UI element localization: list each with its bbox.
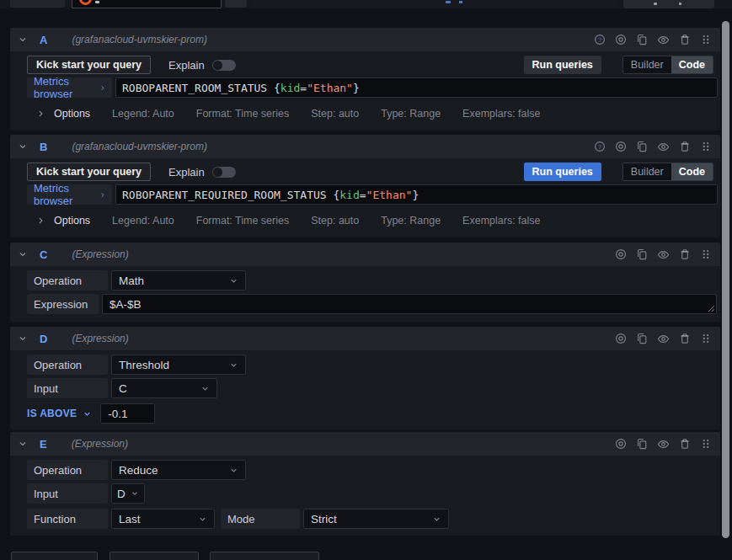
code-mode-option[interactable]: Code [671, 163, 713, 180]
delete-query-trash-icon[interactable] [679, 333, 691, 344]
scrollbar[interactable] [722, 21, 729, 538]
mode-label: Mode [221, 509, 300, 529]
chevron-down-icon[interactable] [18, 35, 28, 45]
datasource-picker[interactable] [72, 0, 222, 8]
chevron-down-icon [229, 466, 238, 475]
option-step: Step: auto [311, 108, 359, 120]
query-options-row[interactable]: Options Legend: Auto Format: Time series… [27, 103, 718, 125]
help-icon[interactable]: ? [594, 34, 606, 45]
promql-query-input[interactable]: ROBOPARENT_ROOM_STATUS {kid="Ethan"} [115, 77, 718, 98]
help-icon[interactable]: ? [594, 141, 606, 152]
metrics-browser-label: Metrics browser [34, 182, 95, 207]
builder-mode-option[interactable]: Builder [623, 56, 671, 73]
add-query-button[interactable]: + Add query [11, 552, 98, 560]
promql-query-input[interactable]: ROBOPARENT_REQUIRED_ROOM_STATUS {kid="Et… [115, 184, 718, 205]
add-expression-button[interactable]: + Expression [110, 552, 199, 560]
query-text: ROBOPARENT_ROOM_STATUS { [122, 82, 281, 94]
toolbar-small-button[interactable] [225, 0, 247, 8]
drag-handle-icon[interactable] [700, 34, 712, 45]
delete-query-trash-icon[interactable] [679, 34, 691, 45]
drag-handle-icon[interactable] [700, 248, 712, 260]
explain-toggle[interactable] [212, 167, 236, 178]
query-label-value: "Ethan" [307, 82, 353, 94]
drag-handle-icon[interactable] [700, 141, 712, 152]
chevron-down-icon[interactable] [18, 439, 28, 449]
operation-value: Math [119, 275, 144, 287]
input-label: Input [27, 378, 108, 398]
option-format: Format: Time series [196, 108, 289, 120]
operation-value: Threshold [119, 359, 169, 371]
explain-toggle[interactable] [212, 60, 236, 71]
threshold-value-input[interactable]: -0.1 [100, 403, 155, 424]
chevron-down-icon [83, 409, 92, 419]
query-row-a-header: A (grafanacloud-uvmskier-prom) ? [10, 28, 720, 51]
record-query-icon[interactable] [615, 248, 627, 260]
duplicate-query-icon[interactable] [636, 333, 648, 344]
operation-label: Operation [27, 460, 108, 480]
operation-select[interactable]: Math [111, 270, 246, 291]
function-select[interactable]: Last [111, 509, 215, 529]
drag-handle-icon[interactable] [700, 333, 712, 344]
chevron-down-icon [198, 515, 207, 524]
add-recorded-query-button[interactable]: + Recorded query [210, 552, 319, 560]
run-queries-button[interactable]: Run queries [524, 56, 601, 74]
kick-start-query-button[interactable]: Kick start your query [27, 56, 151, 74]
hide-query-eye-icon[interactable] [657, 34, 670, 46]
query-equals: = [300, 82, 307, 94]
query-options-row[interactable]: Options Legend: Auto Format: Time series… [27, 210, 718, 232]
duplicate-query-icon[interactable] [636, 34, 648, 45]
operation-select[interactable]: Threshold [111, 355, 246, 375]
chevron-right-icon [36, 216, 45, 225]
delete-query-trash-icon[interactable] [679, 248, 691, 260]
chevron-down-icon [229, 276, 238, 285]
chevron-down-icon [432, 515, 441, 524]
record-query-icon[interactable] [615, 333, 627, 344]
mode-select[interactable]: Strict [303, 509, 449, 529]
hide-query-eye-icon[interactable] [657, 141, 670, 153]
metrics-browser-button[interactable]: Metrics browser [27, 77, 112, 98]
run-queries-button[interactable]: Run queries [524, 163, 601, 181]
record-query-icon[interactable] [615, 438, 627, 450]
delete-query-trash-icon[interactable] [679, 141, 691, 152]
operation-value: Reduce [119, 464, 158, 477]
hide-query-eye-icon[interactable] [657, 438, 670, 451]
input-select[interactable]: D [111, 483, 145, 504]
explain-label: Explain [168, 59, 205, 72]
duplicate-query-icon[interactable] [636, 438, 648, 450]
hide-query-eye-icon[interactable] [657, 333, 670, 345]
chevron-down-icon [200, 384, 210, 393]
threshold-value: -0.1 [108, 408, 127, 420]
chevron-down-icon[interactable] [18, 141, 28, 152]
svg-text:?: ? [598, 36, 601, 44]
record-query-icon[interactable] [615, 34, 627, 45]
resize-handle-icon[interactable] [708, 305, 715, 312]
query-row-b-header: B (grafanacloud-uvmskier-prom) ? [10, 135, 720, 158]
input-select[interactable]: C [111, 378, 217, 398]
toolbar-fragment-button[interactable] [10, 0, 65, 8]
duplicate-query-icon[interactable] [636, 141, 648, 152]
button-glyph [654, 3, 657, 5]
expression-value: $A-$B [110, 298, 142, 311]
code-mode-option[interactable]: Code [671, 56, 713, 73]
expression-row-d: D (Expression) Operation Threshold Input… [10, 327, 720, 429]
builder-mode-option[interactable]: Builder [623, 163, 671, 180]
expression-kind: (Expression) [72, 248, 128, 260]
hide-query-eye-icon[interactable] [657, 248, 670, 261]
operation-select[interactable]: Reduce [111, 460, 246, 480]
chevron-down-icon[interactable] [18, 333, 28, 344]
metrics-browser-button[interactable]: Metrics browser [27, 184, 112, 205]
query-inspector-button-fragment[interactable] [623, 0, 714, 8]
button-glyph [679, 3, 681, 5]
expression-kind: (Expression) [72, 333, 128, 344]
options-label: Options [54, 108, 90, 120]
chevron-down-icon[interactable] [18, 249, 28, 259]
duplicate-query-icon[interactable] [636, 248, 648, 260]
drag-handle-icon[interactable] [700, 438, 712, 450]
kick-start-query-button[interactable]: Kick start your query [27, 163, 151, 181]
delete-query-trash-icon[interactable] [679, 438, 691, 450]
record-query-icon[interactable] [615, 141, 627, 152]
math-expression-input[interactable]: $A-$B [102, 294, 717, 314]
toolbar-blue-glyph [446, 1, 451, 3]
threshold-condition-select[interactable]: IS ABOVE [27, 408, 92, 419]
chevron-down-icon [131, 489, 139, 498]
